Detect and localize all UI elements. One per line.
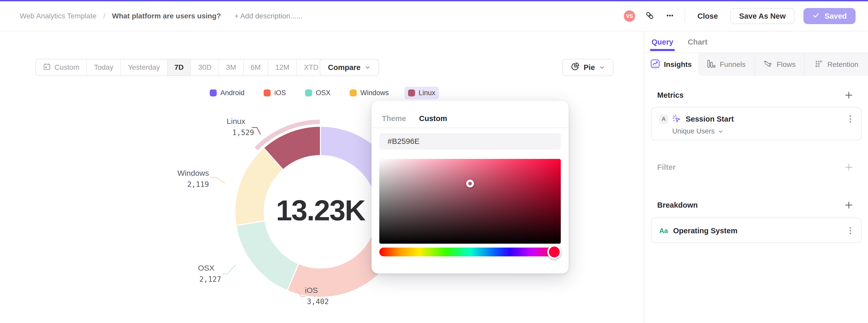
header-divider [684,9,685,23]
legend-item-android[interactable]: Android [206,87,248,99]
breakdown-header: Breakdown [644,200,868,210]
more-menu-button[interactable] [664,10,676,22]
range-button-label: XTD [304,63,318,71]
legend-label: iOS [274,89,286,97]
mode-label: Retention [827,60,859,69]
close-button[interactable]: Close [694,12,721,21]
range-button-3m[interactable]: 3M [219,59,243,75]
mode-flows[interactable]: Flows [754,53,804,76]
header-actions: VS Close [624,8,856,24]
chart-total: 13.23K [276,194,365,227]
legend-swatch [350,90,357,96]
mode-funnels[interactable]: Funnels [698,53,754,76]
breadcrumb-separator: / [103,12,105,20]
range-button-label: 12M [275,63,289,71]
legend-item-ios[interactable]: iOS [260,87,289,99]
filter-title: Filter [657,163,676,172]
range-button-30d[interactable]: 30D [191,59,218,75]
chart-legend: AndroidiOSOSXWindowsLinux [206,87,439,99]
add-description-button[interactable]: + Add description...... [235,12,302,20]
metrics-title: Metrics [657,91,684,100]
chart-type-button[interactable]: Pie [562,59,613,76]
range-button-label: 30D [198,63,211,71]
mode-label: Flows [776,60,796,69]
add-breakdown-button[interactable] [844,200,854,210]
save-as-new-button[interactable]: Save As New [730,8,794,24]
range-button-custom[interactable]: Custom [36,59,86,75]
tab-theme[interactable]: Theme [382,114,406,123]
saturation-area[interactable] [379,159,561,244]
range-button-7d[interactable]: 7D [167,59,191,75]
legend-label: OSX [316,89,331,97]
breadcrumb: Web Analytics Template / What platform a… [20,12,302,20]
legend-label: Windows [360,89,389,97]
funnels-icon [707,59,716,70]
pie-label-value: 2,119 [177,179,209,190]
mode-insights[interactable]: Insights [644,53,698,76]
legend-item-linux[interactable]: Linux [404,87,439,99]
mode-label: Funnels [720,60,746,69]
aggregation-dropdown[interactable]: Unique Users [652,127,861,142]
legend-swatch [408,90,415,96]
hue-slider[interactable] [379,248,561,256]
legend-item-windows[interactable]: Windows [346,87,393,99]
pie-label-value: 1,529 [226,127,254,138]
pie-label-name: OSX [198,262,214,274]
chevron-down-icon [599,64,605,70]
accent-bar [0,0,868,1]
pie-slice-osx[interactable] [236,221,299,291]
tab-custom[interactable]: Custom [419,114,447,123]
saturation-marker[interactable] [466,180,474,187]
pie-label-name: Linux [226,116,245,127]
hex-color-input[interactable] [379,133,561,150]
range-button-label: Custom [55,63,79,71]
color-picker-tabs: Theme Custom [382,114,447,123]
pie-label-name: iOS [305,285,329,296]
retention-icon [814,59,823,70]
metric-menu-button[interactable] [846,114,854,124]
range-button-12m[interactable]: 12M [268,59,296,75]
breakdown-title: Breakdown [657,201,698,209]
pie-label-windows: Windows2,119 [177,167,209,190]
add-filter-button[interactable] [844,163,854,172]
breakdown-card[interactable]: Aa Operating System [651,218,862,243]
breakdown-property-name[interactable]: Operating System [673,227,737,235]
pie-label-value: 3,402 [307,296,329,308]
hue-slider-thumb[interactable] [547,245,561,259]
breadcrumb-root[interactable]: Web Analytics Template [20,12,96,20]
pie-label-ios: iOS3,402 [305,285,329,308]
legend-item-osx[interactable]: OSX [302,87,334,99]
metric-card[interactable]: A Session Start Unique Users [651,107,862,140]
pie-label-name: Windows [177,167,209,179]
tab-query[interactable]: Query [652,31,673,53]
add-metric-button[interactable] [844,91,854,100]
avatar[interactable]: VS [624,10,635,22]
range-button-yesterday[interactable]: Yesterday [120,59,167,75]
chart-type-label: Pie [584,63,595,72]
pie-label-value: 2,127 [198,274,221,285]
range-button-label: Today [94,63,113,71]
pie-chart-icon [570,62,580,73]
range-button-label: 6M [251,63,261,71]
app-window: Web Analytics Template / What platform a… [0,0,868,323]
filter-header: Filter [644,163,868,172]
mode-retention[interactable]: Retention [804,53,868,76]
page-title[interactable]: What platform are users using? [112,12,221,20]
metrics-header: Metrics [644,91,868,100]
flows-icon [764,59,772,70]
saved-button[interactable]: Saved [803,8,856,24]
share-link-button[interactable] [644,10,655,22]
tab-chart[interactable]: Chart [688,31,708,53]
breakdown-menu-button[interactable] [846,226,854,236]
legend-label: Linux [419,89,436,97]
pie-label-osx: OSX2,127 [198,262,221,285]
calendar-icon [43,62,51,73]
compare-button[interactable]: Compare [320,59,379,76]
legend-swatch [210,90,217,96]
event-sparkle-cursor-icon [672,114,682,124]
insight-mode-tabs: Insights Funnels [644,53,868,76]
metric-event-name[interactable]: Session Start [686,115,734,123]
color-picker-popup: Theme Custom [372,101,568,273]
range-button-today[interactable]: Today [86,59,120,75]
range-button-6m[interactable]: 6M [243,59,268,75]
